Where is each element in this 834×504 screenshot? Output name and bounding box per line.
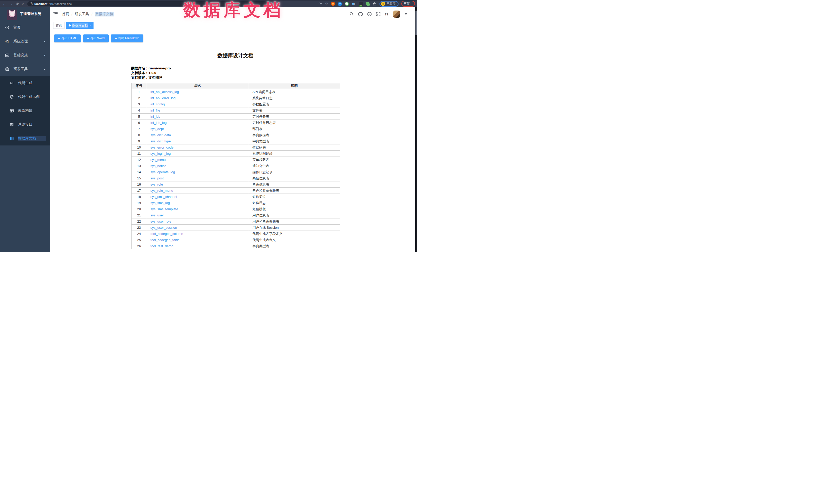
extension-blue-grid-icon[interactable]: [352, 2, 356, 6]
table-name-link[interactable]: sys_dict_type: [151, 139, 171, 143]
breadcrumb: 首页 / 研发工具 / 数据库文档: [62, 12, 114, 17]
table-row: 4 inf_file 文件表: [131, 107, 340, 114]
table-name-link[interactable]: sys_user: [151, 213, 164, 217]
app-logo-rabbit-image: [7, 9, 17, 20]
export-word-button[interactable]: + 导出 Word: [83, 35, 109, 42]
breadcrumb-dev-tools[interactable]: 研发工具: [75, 12, 89, 17]
sidebar-item-home[interactable]: 首页: [0, 21, 50, 35]
table-row: 11 sys_login_log 系统访问记录: [131, 151, 340, 157]
extension-green-leaf-icon[interactable]: [366, 2, 370, 6]
table-name-link[interactable]: sys_role: [151, 182, 163, 186]
table-name-link[interactable]: inf_api_error_log: [151, 96, 176, 100]
sidebar-logo[interactable]: 芋道管理系统: [0, 7, 50, 21]
bookmark-star-icon[interactable]: ☆: [325, 2, 328, 5]
table-row: 10 sys_error_code 错误码表: [131, 145, 340, 151]
github-icon[interactable]: [358, 12, 363, 17]
fullscreen-icon[interactable]: [376, 12, 380, 16]
browser-update-button[interactable]: 更新: [401, 1, 415, 7]
tags-view-bar: 首页 数据库文档 ×: [50, 21, 417, 30]
plus-icon: +: [58, 37, 60, 40]
extension-blue-pin-icon[interactable]: [338, 2, 342, 6]
close-tab-icon[interactable]: ×: [89, 24, 91, 27]
table-name-link[interactable]: sys_menu: [151, 158, 166, 162]
url-host: localhost: [35, 2, 47, 5]
tab-database-doc[interactable]: 数据库文档 ×: [66, 22, 93, 29]
sidebar-item-system-management[interactable]: 系统管理 ▼: [0, 35, 50, 48]
table-name-link[interactable]: inf_job_log: [151, 121, 167, 125]
sidebar-item-database-doc[interactable]: 数据库文档: [0, 132, 50, 146]
table-name-link[interactable]: inf_config: [151, 102, 165, 106]
table-name-link[interactable]: sys_post: [151, 176, 164, 180]
table-name-link[interactable]: sys_error_code: [151, 146, 174, 149]
sidebar-submenu-dev-tools: 代码生成 代码生成示例 表单构建: [0, 76, 50, 146]
table-name-link[interactable]: sys_sms_log: [151, 201, 170, 205]
table-name-link[interactable]: tool_codegen_column: [151, 232, 183, 236]
table-name-link[interactable]: sys_sms_template: [151, 207, 178, 211]
extension-green-check-icon[interactable]: ✓: [345, 2, 349, 6]
table-row: 2 inf_api_error_log 系统异常日志: [131, 95, 340, 101]
user-menu-caret-icon[interactable]: [405, 13, 407, 15]
table-row: 19 sys_sms_log 短信日志: [131, 200, 340, 206]
back-icon[interactable]: ←: [3, 2, 6, 5]
table-name-link[interactable]: sys_operate_log: [151, 170, 175, 174]
table-name-link[interactable]: inf_api_access_log: [151, 90, 179, 94]
chevron-up-icon: ▲: [43, 68, 46, 70]
sidebar-item-infrastructure[interactable]: 基础设施 ▼: [0, 48, 50, 62]
reload-icon[interactable]: ⟳: [16, 2, 19, 5]
shield-check-icon: [10, 95, 14, 99]
table-name-link[interactable]: sys_notice: [151, 164, 166, 168]
site-info-icon[interactable]: i: [30, 2, 33, 5]
table-row: 7 sys_dept 部门表: [131, 126, 340, 132]
sliders-icon: [10, 123, 14, 127]
table-name-link[interactable]: inf_file: [151, 108, 160, 112]
col-header-index: 序号: [131, 83, 147, 89]
tab-home[interactable]: 首页: [53, 22, 65, 29]
sidebar-item-code-generation[interactable]: 代码生成: [0, 76, 50, 90]
sidebar-item-form-builder[interactable]: 表单构建: [0, 104, 50, 118]
extension-on-badge-icon[interactable]: on: [359, 2, 363, 6]
sidebar-collapse-icon[interactable]: [53, 12, 58, 17]
app-title: 芋道管理系统: [20, 12, 41, 16]
browser-profile-chip[interactable]: ☺ 已暂停: [379, 1, 398, 7]
export-html-button[interactable]: + 导出 HTML: [54, 35, 81, 42]
key-icon[interactable]: [319, 2, 322, 6]
table-name-link[interactable]: tool_codegen_table: [151, 238, 180, 242]
address-bar[interactable]: i localhost:1024/tool/db-doc: [27, 1, 267, 6]
sidebar-item-label: 系统接口: [18, 122, 46, 127]
font-size-icon[interactable]: TT: [385, 12, 389, 16]
help-icon[interactable]: ?: [367, 12, 372, 17]
sidebar-item-system-api[interactable]: 系统接口: [0, 118, 50, 132]
search-icon[interactable]: [349, 12, 354, 16]
update-label: 更新: [404, 2, 410, 6]
url-path: :1024/tool/db-doc: [49, 2, 72, 5]
browser-menu-icon[interactable]: [412, 2, 413, 5]
scrollbar-thumb[interactable]: [415, 10, 417, 35]
home-icon[interactable]: ⌂: [22, 2, 24, 5]
doc-meta: 数据库名：ruoyi-vue-pro 文档版本：1.0.0 文档描述：文档描述: [131, 66, 340, 80]
user-avatar[interactable]: [393, 10, 400, 18]
infrastructure-icon: [5, 53, 9, 57]
page-scrollbar[interactable]: [415, 7, 417, 252]
sidebar-item-dev-tools[interactable]: 研发工具 ▲: [0, 62, 50, 76]
table-row: 25 tool_codegen_table 代码生成表定义: [131, 237, 340, 243]
breadcrumb-home[interactable]: 首页: [62, 12, 69, 17]
table-name-link[interactable]: inf_job: [151, 115, 160, 118]
table-name-link[interactable]: sys_sms_channel: [151, 195, 177, 199]
forward-icon[interactable]: →: [9, 2, 13, 5]
sidebar: 芋道管理系统 首页 系统管理 ▼ 基础设施 ▼: [0, 7, 50, 252]
table-name-link[interactable]: sys_role_menu: [151, 189, 173, 193]
table-name-link[interactable]: sys_login_log: [151, 152, 171, 155]
meta-doc-description: 文档描述：文档描述: [131, 75, 340, 80]
table-name-link[interactable]: sys_dict_data: [151, 133, 171, 137]
export-markdown-button[interactable]: + 导出 Markdown: [111, 35, 144, 42]
extensions-puzzle-icon[interactable]: [373, 2, 377, 6]
breadcrumb-current: 数据库文档: [95, 12, 114, 17]
extension-orange-icon[interactable]: [331, 2, 335, 6]
table-row: 6 inf_job_log 定时任务日志表: [131, 120, 340, 126]
table-name-link[interactable]: sys_user_role: [151, 219, 171, 223]
table-name-link[interactable]: sys_user_session: [151, 226, 177, 229]
table-name-link[interactable]: sys_dept: [151, 127, 164, 131]
sidebar-item-code-generation-example[interactable]: 代码生成示例: [0, 90, 50, 104]
plus-icon: +: [115, 37, 117, 40]
table-name-link[interactable]: tool_test_demo: [151, 244, 173, 248]
